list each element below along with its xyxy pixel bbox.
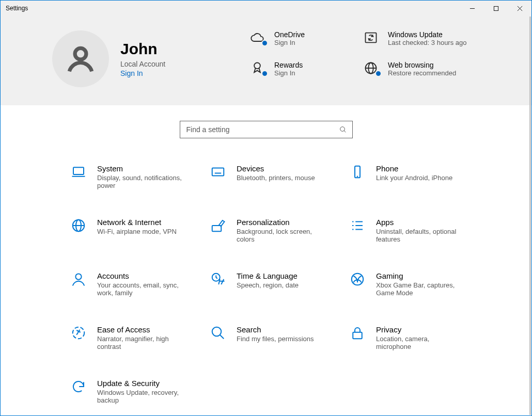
accessibility-icon bbox=[71, 325, 86, 341]
phone-icon bbox=[350, 164, 365, 180]
category-ease[interactable]: Ease of Access Narrator, magnifier, high… bbox=[70, 325, 210, 350]
category-title: Network & Internet bbox=[97, 218, 177, 227]
window-controls bbox=[460, 1, 531, 16]
category-subtitle: Link your Android, iPhone bbox=[376, 174, 452, 182]
header-tiles: OneDrive Sign In Windows Update Last che… bbox=[248, 30, 476, 77]
minimize-button[interactable] bbox=[460, 1, 484, 16]
maximize-button[interactable] bbox=[484, 1, 508, 16]
category-subtitle: Bluetooth, printers, mouse bbox=[237, 174, 315, 182]
category-title: Time & Language bbox=[237, 271, 299, 280]
svg-line-11 bbox=[344, 131, 346, 132]
user-signin-link[interactable]: Sign In bbox=[120, 69, 165, 77]
sync-icon bbox=[364, 30, 378, 45]
category-title: Accounts bbox=[97, 271, 185, 280]
svg-rect-26 bbox=[212, 226, 222, 231]
category-subtitle: Speech, region, date bbox=[237, 281, 299, 289]
header: John Local Account Sign In OneDrive Sign… bbox=[1, 16, 531, 105]
list-icon bbox=[350, 218, 365, 233]
search-icon bbox=[339, 125, 347, 134]
category-subtitle: Uninstall, defaults, optional features bbox=[376, 228, 464, 243]
category-subtitle: Wi-Fi, airplane mode, VPN bbox=[97, 228, 177, 235]
keyboard-icon bbox=[210, 164, 226, 180]
refresh-icon bbox=[71, 379, 86, 394]
category-system[interactable]: System Display, sound, notifications, po… bbox=[70, 164, 210, 189]
close-button[interactable] bbox=[508, 1, 531, 16]
category-network[interactable]: Network & Internet Wi-Fi, airplane mode,… bbox=[70, 218, 210, 243]
svg-rect-12 bbox=[73, 167, 84, 174]
category-title: Devices bbox=[237, 164, 315, 173]
status-dot-icon bbox=[375, 70, 382, 77]
category-title: Ease of Access bbox=[97, 325, 185, 334]
tile-onedrive[interactable]: OneDrive Sign In bbox=[248, 30, 362, 46]
lock-icon bbox=[350, 325, 365, 341]
category-title: Phone bbox=[376, 164, 452, 173]
svg-point-35 bbox=[352, 274, 364, 285]
search-area bbox=[1, 105, 531, 149]
status-dot-icon bbox=[261, 70, 268, 77]
category-subtitle: Location, camera, microphone bbox=[376, 335, 464, 350]
svg-point-37 bbox=[212, 327, 222, 337]
tile-subtitle: Last checked: 3 hours ago bbox=[388, 39, 467, 46]
category-privacy[interactable]: Privacy Location, camera, microphone bbox=[349, 325, 489, 350]
category-subtitle: Xbox Game Bar, captures, Game Mode bbox=[376, 281, 464, 297]
tile-title: OneDrive bbox=[274, 30, 305, 39]
svg-rect-1 bbox=[494, 6, 498, 10]
tile-subtitle: Sign In bbox=[274, 39, 305, 46]
category-title: System bbox=[97, 164, 185, 173]
category-subtitle: Your accounts, email, sync, work, family bbox=[97, 281, 185, 297]
category-title: Gaming bbox=[376, 271, 464, 280]
globe-icon bbox=[71, 218, 86, 233]
svg-rect-5 bbox=[366, 33, 377, 43]
user-text: John Local Account Sign In bbox=[120, 40, 165, 77]
category-title: Personalization bbox=[237, 218, 324, 227]
tile-web-browsing[interactable]: Web browsing Restore recommended bbox=[362, 61, 476, 77]
category-gaming[interactable]: Gaming Xbox Game Bar, captures, Game Mod… bbox=[349, 271, 489, 297]
category-personalization[interactable]: Personalization Background, lock screen,… bbox=[210, 218, 349, 243]
category-title: Update & Security bbox=[97, 379, 185, 388]
status-dot-icon bbox=[261, 40, 268, 46]
svg-line-38 bbox=[220, 335, 224, 339]
svg-rect-14 bbox=[212, 168, 224, 176]
laptop-icon bbox=[71, 164, 86, 180]
tile-rewards[interactable]: Rewards Sign In bbox=[248, 61, 362, 77]
categories-grid: System Display, sound, notifications, po… bbox=[1, 149, 531, 416]
category-subtitle: Narrator, magnifier, high contrast bbox=[97, 335, 185, 350]
category-time[interactable]: Time & Language Speech, region, date bbox=[210, 271, 349, 297]
category-phone[interactable]: Phone Link your Android, iPhone bbox=[349, 164, 489, 189]
user-subtitle: Local Account bbox=[120, 60, 165, 68]
tile-title: Rewards bbox=[274, 61, 303, 69]
category-subtitle: Find my files, permissions bbox=[237, 335, 314, 343]
tile-subtitle: Restore recommended bbox=[388, 69, 456, 77]
tile-windows-update[interactable]: Windows Update Last checked: 3 hours ago bbox=[362, 30, 476, 46]
category-accounts[interactable]: Accounts Your accounts, email, sync, wor… bbox=[70, 271, 210, 297]
category-title: Privacy bbox=[376, 325, 464, 334]
user-block[interactable]: John Local Account Sign In bbox=[52, 30, 248, 87]
time-language-icon bbox=[210, 271, 226, 287]
scrollbar[interactable] bbox=[529, 17, 531, 415]
svg-point-6 bbox=[254, 63, 260, 69]
tile-title: Windows Update bbox=[388, 30, 467, 39]
magnify-icon bbox=[210, 325, 226, 341]
svg-rect-39 bbox=[353, 332, 362, 339]
window-title: Settings bbox=[6, 5, 28, 12]
category-title: Search bbox=[237, 325, 314, 334]
category-subtitle: Display, sound, notifications, power bbox=[97, 174, 185, 189]
category-search[interactable]: Search Find my files, permissions bbox=[210, 325, 349, 350]
avatar bbox=[52, 30, 109, 87]
svg-point-4 bbox=[75, 48, 86, 59]
category-subtitle: Windows Update, recovery, backup bbox=[97, 389, 185, 404]
category-update[interactable]: Update & Security Windows Update, recove… bbox=[70, 379, 210, 404]
titlebar: Settings bbox=[1, 1, 531, 16]
search-box[interactable] bbox=[180, 121, 353, 138]
search-input[interactable] bbox=[185, 125, 339, 134]
user-name: John bbox=[120, 40, 165, 58]
person-icon bbox=[71, 271, 86, 287]
brush-icon bbox=[210, 218, 226, 233]
tile-title: Web browsing bbox=[388, 61, 456, 69]
xbox-icon bbox=[350, 271, 365, 287]
category-devices[interactable]: Devices Bluetooth, printers, mouse bbox=[210, 164, 349, 189]
person-icon bbox=[66, 44, 96, 74]
category-apps[interactable]: Apps Uninstall, defaults, optional featu… bbox=[349, 218, 489, 243]
category-subtitle: Background, lock screen, colors bbox=[237, 228, 324, 243]
svg-point-36 bbox=[73, 327, 85, 339]
